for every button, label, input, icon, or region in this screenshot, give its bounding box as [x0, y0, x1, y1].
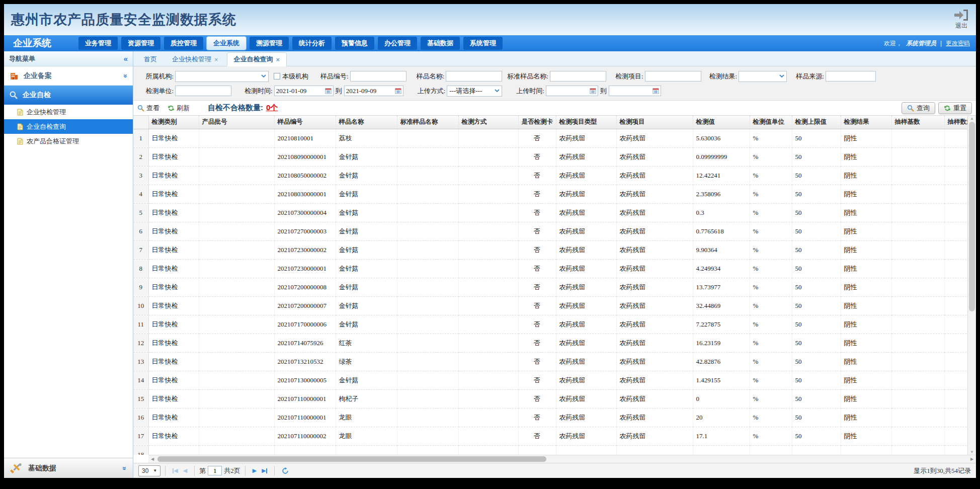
- column-header-2[interactable]: 产品批号: [199, 116, 274, 129]
- nav-item-9[interactable]: 基础数据: [421, 37, 460, 50]
- column-header-3[interactable]: 样品编号: [274, 116, 336, 129]
- test-item-input[interactable]: [645, 71, 701, 82]
- cell: [397, 166, 458, 185]
- table-row[interactable]: 1日常快检20210810001荔枝否农药残留农药残留5.630036%50阴性: [133, 129, 967, 147]
- column-header-5[interactable]: 标准样品名称: [397, 116, 458, 129]
- column-header-8[interactable]: 检测项目类型: [556, 116, 616, 129]
- table-row[interactable]: 6日常快检202107270000003金针菇否农药残留农药残留0.776561…: [133, 222, 967, 240]
- table-row[interactable]: 4日常快检202108030000001金针菇否农药残留农药残留2.358096…: [133, 185, 967, 203]
- last-page-button[interactable]: ▶: [262, 467, 267, 474]
- table-row[interactable]: 17日常快检202107110000002龙眼否农药残留农药残留17.1%50阴…: [133, 427, 967, 445]
- sidebar-group-self-check[interactable]: 企业自检: [4, 86, 133, 105]
- upload-from-input[interactable]: [546, 86, 598, 96]
- nav-item-4[interactable]: 企业系统: [207, 37, 246, 50]
- cell: [458, 408, 518, 427]
- view-button[interactable]: 查看: [137, 104, 159, 113]
- table-row[interactable]: 8日常快检202107230000001金针菇否农药残留农药残留4.249934…: [133, 259, 967, 278]
- table-row[interactable]: 14日常快检202107130000005金针菇否农药残留农药残留1.42915…: [133, 371, 967, 389]
- result-select[interactable]: [739, 71, 787, 82]
- refresh-button[interactable]: 刷新: [168, 104, 190, 113]
- table-row[interactable]: 3日常快检202108050000002金针菇否农药残留农药残留12.42241…: [133, 166, 967, 185]
- time-from-input[interactable]: 2021-01-09: [274, 86, 334, 96]
- chevron-double-down-icon[interactable]: »: [121, 466, 129, 470]
- scroll-left-icon[interactable]: ◀: [148, 457, 156, 461]
- table-row[interactable]: 16日常快检202107110000001龙眼否农药残留农药残留20%50阴性: [133, 408, 967, 427]
- local-org-checkbox[interactable]: [274, 73, 280, 79]
- chevron-double-down-icon[interactable]: »: [122, 74, 130, 78]
- prev-page-button[interactable]: ◀: [183, 467, 187, 474]
- nav-item-5[interactable]: 溯源管理: [250, 37, 289, 50]
- column-header-9[interactable]: 检测项目: [616, 116, 693, 129]
- table-row[interactable]: 2日常快检202108090000001金针菇否农药残留农药残留0.099999…: [133, 147, 967, 166]
- table-row[interactable]: 15日常快检202107110000001枸杞子否农药残留农药残留0%50阴性: [133, 389, 967, 408]
- cell: 50: [792, 203, 841, 222]
- tab-1[interactable]: 首页: [137, 53, 164, 66]
- sidebar-item-3[interactable]: 农产品合格证管理: [4, 134, 133, 148]
- column-header-11[interactable]: 检测值单位: [750, 116, 792, 129]
- sidebar-item-2[interactable]: 企业自检查询: [4, 119, 133, 134]
- first-page-button[interactable]: ◀: [173, 467, 178, 474]
- table-row[interactable]: 10日常快检202107200000007金针菇否农药残留农药残留32.4486…: [133, 296, 967, 315]
- column-header-4[interactable]: 样品名称: [336, 116, 397, 129]
- cell: [199, 315, 274, 334]
- sidebar-footer-basic-data[interactable]: 基础数据 »: [4, 458, 133, 478]
- tab-close-icon[interactable]: ×: [276, 56, 280, 63]
- table-row[interactable]: 18: [133, 445, 967, 455]
- horizontal-scrollbar-thumb[interactable]: [157, 456, 546, 462]
- column-header-1[interactable]: 检测类别: [148, 116, 199, 129]
- fail-count-value[interactable]: 0个: [266, 103, 278, 113]
- table-row[interactable]: 13日常快检20210713210532绿茶否农药残留农药残留42.82876%…: [133, 352, 967, 371]
- column-header-15[interactable]: 抽样数量: [944, 116, 967, 129]
- column-header-10[interactable]: 检测值: [693, 116, 750, 129]
- unit-input[interactable]: [175, 86, 231, 96]
- sample-name-input[interactable]: [446, 71, 502, 82]
- horizontal-scrollbar[interactable]: ◀ ▶: [148, 455, 976, 463]
- sidebar-item-1[interactable]: 企业快检管理: [4, 105, 133, 119]
- cell: [199, 185, 274, 203]
- reset-button[interactable]: 重置: [938, 102, 972, 114]
- nav-item-2[interactable]: 资源管理: [121, 37, 160, 50]
- column-header-13[interactable]: 检测结果: [841, 116, 891, 129]
- column-header-7[interactable]: 是否检测卡: [518, 116, 556, 129]
- tab-3[interactable]: 企业自检查询×: [227, 52, 287, 66]
- sample-no-input[interactable]: [350, 71, 406, 82]
- column-header-12[interactable]: 检测上限值: [792, 116, 841, 129]
- table-row[interactable]: 11日常快检202107170000006金针菇否农药残留农药残留7.22787…: [133, 315, 967, 334]
- std-sample-input[interactable]: [550, 71, 606, 82]
- nav-item-6[interactable]: 统计分析: [292, 37, 332, 50]
- tab-close-icon[interactable]: ×: [214, 56, 218, 63]
- table-row[interactable]: 7日常快检202107230000002金针菇否农药残留农药残留9.90364%…: [133, 240, 967, 259]
- vertical-scrollbar[interactable]: ▲ ▼: [967, 116, 976, 455]
- column-header-14[interactable]: 抽样基数: [891, 116, 944, 129]
- time-to-input[interactable]: 2021-09-09: [344, 86, 403, 96]
- nav-item-7[interactable]: 预警信息: [335, 37, 374, 50]
- scroll-up-icon[interactable]: ▲: [968, 116, 976, 121]
- nav-item-8[interactable]: 办公管理: [378, 37, 417, 50]
- column-header-6[interactable]: 检测方式: [458, 116, 518, 129]
- table-row[interactable]: 9日常快检202107200000008金针菇否农药残留农药残留13.73977…: [133, 278, 967, 296]
- source-input[interactable]: [826, 71, 876, 82]
- sidebar-collapse-icon[interactable]: «: [124, 54, 128, 63]
- upload-to-input[interactable]: [609, 86, 661, 96]
- query-label: 查询: [917, 104, 930, 113]
- sidebar-group-enterprise-record[interactable]: 企业备案 »: [4, 66, 133, 86]
- query-button[interactable]: 查询: [902, 102, 935, 114]
- nav-item-1[interactable]: 业务管理: [78, 37, 118, 50]
- next-page-button[interactable]: ▶: [253, 467, 257, 474]
- tab-2[interactable]: 企业快检管理×: [166, 53, 225, 66]
- nav-item-10[interactable]: 系统管理: [463, 37, 503, 50]
- cell: 日常快检: [148, 278, 199, 296]
- scroll-right-icon[interactable]: ▶: [968, 457, 976, 461]
- page-size-select[interactable]: 30 ▼: [138, 465, 160, 476]
- table-row[interactable]: 12日常快检20210714075926红茶否农药残留农药残留16.23159%…: [133, 334, 967, 352]
- logout-button[interactable]: 退出: [954, 9, 969, 30]
- reload-button[interactable]: [282, 467, 289, 474]
- page-number-input[interactable]: [208, 466, 222, 475]
- upload-mode-select[interactable]: ---请选择---: [447, 86, 502, 97]
- nav-item-3[interactable]: 质控管理: [164, 37, 203, 50]
- org-select[interactable]: [175, 71, 269, 82]
- vertical-scrollbar-thumb[interactable]: [969, 122, 975, 311]
- scroll-down-icon[interactable]: ▼: [968, 450, 976, 454]
- change-password-link[interactable]: 更改密码: [946, 39, 970, 48]
- table-row[interactable]: 5日常快检202107300000004金针菇否农药残留农药残留0.3%50阴性: [133, 203, 967, 222]
